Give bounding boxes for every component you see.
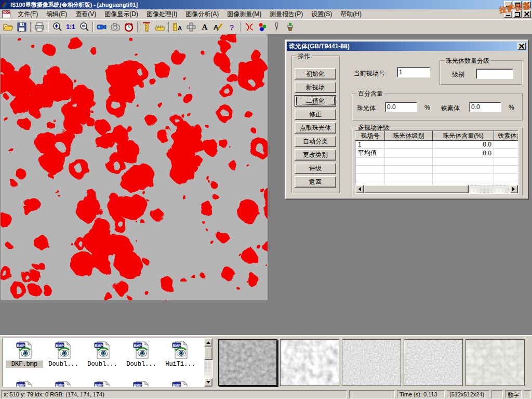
caliper-icon[interactable] [140, 21, 153, 33]
file-name[interactable]: Doubl... [123, 361, 160, 368]
bmp-file-icon [132, 381, 150, 387]
brush-tool-icon[interactable] [283, 21, 297, 33]
file-item[interactable] [123, 381, 160, 387]
scroll-right-icon[interactable] [510, 185, 518, 193]
bmp-file-icon [16, 381, 33, 387]
document-icon[interactable]: DOC [2, 10, 10, 18]
initialize-button[interactable]: 初始化 [295, 68, 336, 79]
menu-edit[interactable]: 编辑(E) [42, 9, 71, 20]
table-row: 平均值 0.0 [356, 149, 519, 158]
pick-pearlite-button[interactable]: 点取珠光体 [295, 122, 336, 134]
image-browser-panel: BMP DKF.bmp Doubl... Doubl... Doubl... [0, 335, 532, 389]
ruler-icon[interactable] [153, 21, 167, 33]
thumbnail-image[interactable] [466, 339, 525, 386]
menu-settings[interactable]: 设置(S) [307, 9, 336, 20]
menu-help[interactable]: 帮助(H) [336, 9, 366, 20]
file-name[interactable]: Doubl... [45, 361, 82, 368]
curve-tool-icon[interactable] [243, 21, 256, 33]
multi-field-table[interactable]: 视场号 珠光体级别 珠光体含量(%) 铁素体含量(%) 1 0.0 平均值 0.… [355, 130, 518, 194]
table-header-row: 视场号 珠光体级别 珠光体含量(%) 铁素体含量(%) [356, 131, 519, 141]
grade-group-label: 珠光体数量分级 [444, 57, 491, 65]
zoom-out-icon[interactable] [77, 21, 91, 33]
save-icon[interactable] [15, 21, 29, 33]
correct-button[interactable]: 修正 [295, 109, 336, 120]
metallographic-image[interactable] [1, 34, 268, 300]
auto-classify-button[interactable]: 自动分类 [295, 136, 336, 147]
file-list-scrollbar[interactable] [204, 338, 212, 387]
header-ferrite-content[interactable]: 铁素体含量(%) [494, 131, 519, 141]
file-name[interactable]: DKF.bmp [6, 361, 43, 368]
menu-view[interactable]: 查看(V) [71, 9, 100, 20]
header-field-no[interactable]: 视场号 [356, 131, 385, 141]
help-icon[interactable]: ? [225, 21, 238, 33]
file-item[interactable]: Doubl... [45, 341, 82, 368]
window-title: IS100显微摄像系统(金相分析版) - [zhuguangti01] [10, 1, 138, 9]
timer-icon[interactable] [122, 21, 136, 33]
new-field-button[interactable]: 新视场 [295, 82, 336, 93]
pen-tool-icon[interactable] [270, 21, 283, 33]
binarize-button[interactable]: 二值化 [295, 95, 336, 107]
menu-image-processing[interactable]: 图像处理(I) [142, 9, 181, 20]
thumbnail-image[interactable] [342, 339, 401, 386]
rate-button[interactable]: 评级 [295, 163, 336, 174]
header-pearlite-level[interactable]: 珠光体级别 [385, 131, 433, 141]
mode-status: 数字 [505, 390, 522, 398]
markers-icon[interactable] [256, 21, 270, 33]
print-icon[interactable] [33, 21, 46, 33]
pearlite-input[interactable] [385, 102, 417, 112]
thumbnail-image[interactable] [404, 339, 463, 386]
table-horizontal-scrollbar[interactable] [355, 185, 518, 193]
menu-image-measure[interactable]: 图像测量(M) [223, 9, 265, 20]
pearlite-dialog: 珠光体(GB/T9441-88) 操作 初始化 新视场 二值化 修正 点取珠光体… [285, 39, 529, 200]
toolbar: 1:1 A A A ? [0, 20, 532, 34]
change-category-button[interactable]: 更改类别 [295, 149, 336, 161]
menu-file[interactable]: 文件(F) [14, 9, 42, 20]
bmp-file-icon [55, 341, 72, 359]
measure-text-icon[interactable]: A [171, 21, 184, 33]
grade-input[interactable] [476, 69, 513, 79]
annotate-icon[interactable]: A [211, 21, 225, 33]
file-item[interactable] [84, 381, 121, 387]
menu-image-analysis[interactable]: 图像分析(A) [181, 9, 223, 20]
zoom-in-icon[interactable] [50, 21, 64, 33]
file-name[interactable]: HuiTi... [162, 361, 199, 368]
header-pearlite-content[interactable]: 珠光体含量(%) [433, 131, 494, 141]
file-item[interactable]: DKF.bmp [6, 341, 43, 368]
scroll-up-icon[interactable] [204, 338, 212, 347]
file-item[interactable]: HuiTi... [162, 341, 199, 368]
file-name[interactable]: Doubl... [84, 361, 121, 368]
app-window: { "window": { "title": "IS100显微摄像系统(金相分析… [0, 0, 532, 399]
thumbnail-image[interactable] [280, 339, 339, 386]
pearlite-percent-sign: % [424, 104, 430, 111]
return-button[interactable]: 返回 [295, 176, 336, 188]
text-tool-icon[interactable]: A [198, 21, 211, 33]
cursor-position-status: x: 510 y: 79 idx: 0 RGB: (174, 174, 174) [1, 390, 347, 398]
file-item[interactable]: Doubl... [123, 341, 160, 368]
dialog-close-button[interactable] [517, 43, 526, 50]
ferrite-percent-sign: % [509, 104, 514, 111]
thumbnail-image[interactable] [218, 339, 277, 386]
camera-icon[interactable] [109, 21, 122, 33]
open-icon[interactable] [2, 21, 15, 33]
scrollbar-thumb[interactable] [364, 185, 469, 193]
video-camera-icon[interactable] [95, 21, 109, 33]
file-item[interactable]: Doubl... [84, 341, 121, 368]
status-spacer [524, 390, 531, 398]
menu-report[interactable]: 测量报告(P) [265, 9, 307, 20]
app-logo-icon [1, 1, 8, 8]
bmp-file-icon [171, 381, 189, 387]
dialog-title-bar[interactable]: 珠光体(GB/T9441-88) [287, 42, 527, 51]
scroll-down-icon[interactable] [204, 378, 212, 387]
actual-size-icon[interactable]: 1:1 [64, 21, 77, 33]
file-item[interactable] [162, 381, 199, 387]
ferrite-input[interactable] [469, 102, 501, 112]
file-item[interactable] [6, 381, 43, 387]
menu-image-display[interactable]: 图像显示(D) [100, 9, 142, 20]
scrollbar-thumb[interactable] [204, 347, 212, 360]
mdi-client-area: 珠光体(GB/T9441-88) 操作 初始化 新视场 二值化 修正 点取珠光体… [0, 34, 532, 335]
current-field-input[interactable] [397, 67, 430, 77]
grid-tool-icon[interactable] [184, 21, 198, 33]
file-list[interactable]: BMP DKF.bmp Doubl... Doubl... Doubl... [2, 338, 213, 387]
scroll-left-icon[interactable] [355, 185, 364, 193]
file-item[interactable] [45, 381, 82, 387]
